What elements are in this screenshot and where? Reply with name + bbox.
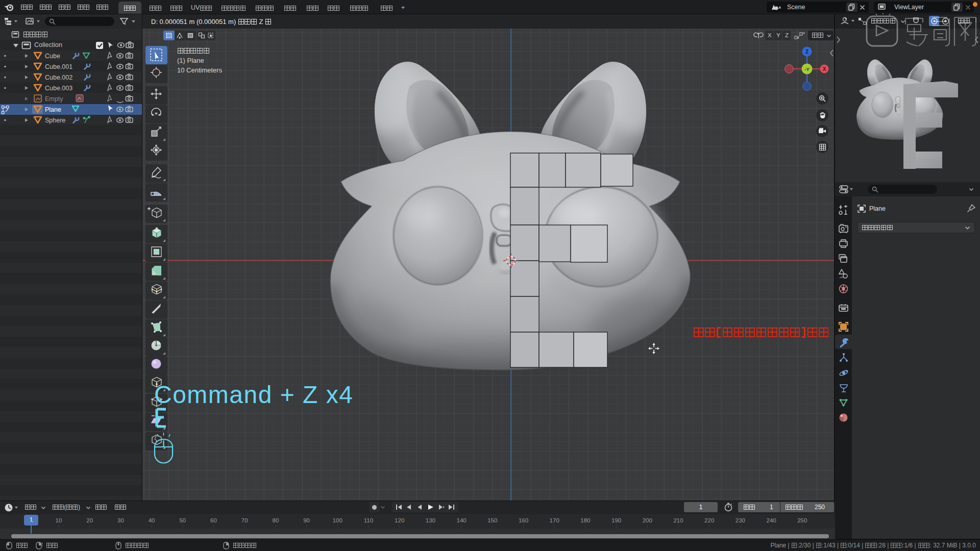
svg-text:Z: Z [805, 49, 808, 55]
svg-text:220: 220 [704, 517, 714, 523]
svg-text:200: 200 [643, 517, 652, 523]
svg-text:210: 210 [673, 517, 683, 523]
svg-text:Cube.002: Cube.002 [45, 74, 72, 81]
svg-text:Sphere: Sphere [45, 117, 65, 124]
svg-text:X: X [823, 66, 826, 72]
svg-text:180: 180 [580, 517, 590, 523]
svg-text:170: 170 [550, 517, 559, 523]
svg-text:70: 70 [241, 517, 248, 523]
svg-text:40: 40 [149, 517, 155, 523]
svg-text:Empty: Empty [45, 95, 63, 103]
svg-text:10: 10 [56, 517, 62, 523]
svg-text:Plane: Plane [45, 106, 61, 113]
svg-text:190: 190 [611, 517, 621, 523]
svg-text:90: 90 [303, 517, 310, 523]
svg-text:Cube.003: Cube.003 [45, 85, 72, 92]
svg-text:80: 80 [273, 517, 279, 523]
svg-text:250: 250 [797, 517, 807, 523]
svg-text:150: 150 [487, 517, 497, 523]
svg-text:130: 130 [426, 517, 435, 523]
svg-text:-Y: -Y [804, 66, 810, 72]
svg-text:230: 230 [736, 517, 745, 523]
svg-text:30: 30 [117, 517, 124, 523]
svg-text:Cube.001: Cube.001 [45, 63, 72, 70]
svg-text:110: 110 [364, 517, 373, 523]
svg-text:120: 120 [395, 517, 404, 523]
svg-text:Cube: Cube [45, 53, 60, 60]
svg-text:20: 20 [86, 517, 93, 523]
svg-text:60: 60 [210, 517, 217, 523]
svg-text:140: 140 [457, 517, 467, 523]
svg-text:240: 240 [767, 517, 776, 523]
svg-text:50: 50 [179, 517, 186, 523]
svg-text:160: 160 [519, 517, 528, 523]
svg-text:100: 100 [333, 517, 342, 523]
